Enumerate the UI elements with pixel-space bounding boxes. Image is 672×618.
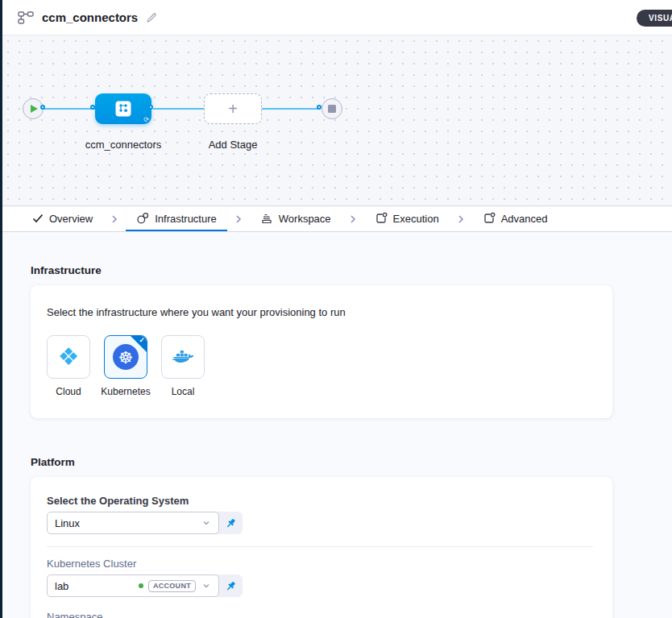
tab-advanced[interactable]: Advanced (472, 207, 558, 231)
add-stage-button[interactable]: + (204, 93, 262, 124)
infrastructure-icon (136, 212, 149, 225)
cluster-runtime-pin-button[interactable] (219, 574, 243, 597)
pipeline-icon (18, 10, 34, 25)
pipeline-end-node[interactable] (321, 98, 342, 119)
check-icon (32, 214, 44, 223)
chevron-right-icon (227, 207, 250, 231)
stage-label: ccm_connectors (78, 139, 168, 151)
collapsed-nav-edge (0, 0, 2, 618)
chevron-right-icon (103, 207, 126, 231)
pipeline-canvas[interactable]: ⟳ + ccm_connectors Add Stage (2, 35, 672, 206)
tab-label: Advanced (501, 213, 548, 225)
scope-badge: ACCOUNT (148, 580, 196, 592)
local-option-card[interactable] (161, 335, 205, 379)
connector-line (44, 108, 97, 110)
plus-icon: + (228, 100, 238, 118)
play-icon (31, 105, 38, 113)
cloud-option-card[interactable]: ❖ (47, 335, 90, 379)
edit-pencil-icon[interactable] (146, 11, 158, 23)
os-runtime-pin-button[interactable] (219, 512, 243, 534)
selected-check-icon: ✓ (139, 336, 145, 344)
cluster-select-value: lab (55, 580, 139, 592)
pipeline-header: ccm_connectors VISUAL (2, 0, 672, 35)
connector-line (262, 108, 320, 110)
tab-overview[interactable]: Overview (22, 207, 103, 231)
visual-yaml-toggle[interactable]: VISUAL (637, 10, 672, 27)
stage-config-panel: Infrastructure Select the infrastructure… (2, 233, 672, 618)
os-field-label: Select the Operating System (47, 495, 596, 507)
stage-node-ccm-connectors[interactable]: ⟳ (95, 93, 151, 124)
chevron-down-icon (201, 518, 211, 528)
stop-icon (328, 105, 336, 113)
os-select-value: Linux (55, 517, 201, 529)
add-stage-label: Add Stage (201, 139, 265, 151)
os-select-group: Linux (47, 512, 243, 534)
stage-tabbar: Overview Infrastructure Workspace (2, 207, 672, 232)
infra-option-kubernetes: ☸ ✓ Kubernetes (104, 335, 147, 397)
tab-infrastructure[interactable]: Infrastructure (126, 207, 227, 231)
infra-option-local: Local (161, 335, 205, 397)
stage-type-icon (114, 100, 132, 118)
infrastructure-card: Select the infrastructure where you want… (31, 285, 612, 418)
cloud-option-label: Cloud (56, 386, 81, 397)
cloud-icon: ❖ (58, 345, 80, 369)
connector-dot (90, 105, 95, 110)
kubernetes-option-card[interactable]: ☸ ✓ (104, 335, 147, 379)
chevron-right-icon (342, 207, 364, 231)
infrastructure-options: ❖ Cloud ☸ ✓ Kubernetes (47, 335, 596, 397)
stage-status-icon: ⟳ (143, 116, 149, 123)
os-select[interactable]: Linux (47, 512, 219, 534)
tab-label: Infrastructure (155, 213, 217, 225)
infra-option-cloud: ❖ Cloud (47, 335, 90, 397)
connectivity-status-dot (139, 583, 143, 588)
cluster-select-group: lab ACCOUNT (47, 574, 243, 597)
field-divider (47, 546, 593, 547)
tab-label: Overview (49, 213, 93, 225)
workspace-icon (260, 212, 273, 225)
advanced-icon (483, 212, 496, 225)
tab-label: Execution (393, 213, 439, 225)
tab-workspace[interactable]: Workspace (250, 207, 342, 231)
namespace-field-label: Namespace (47, 611, 596, 618)
local-option-label: Local (172, 386, 195, 397)
chevron-down-icon (201, 581, 211, 591)
kubernetes-option-label: Kubernetes (101, 386, 150, 397)
infrastructure-description: Select the infrastructure where you want… (47, 306, 596, 318)
infrastructure-heading: Infrastructure (31, 264, 672, 276)
tab-label: Workspace (279, 213, 331, 225)
cluster-select[interactable]: lab ACCOUNT (47, 574, 219, 597)
connector-line (153, 108, 204, 110)
docker-icon (171, 347, 195, 367)
chevron-right-icon (450, 207, 472, 231)
connector-dot (40, 105, 45, 110)
pipeline-title: ccm_connectors (42, 10, 138, 24)
platform-heading: Platform (31, 456, 672, 468)
cluster-field-label: Kubernetes Cluster (47, 558, 596, 570)
platform-card: Select the Operating System Linux K (31, 477, 612, 618)
tab-execution[interactable]: Execution (364, 207, 450, 231)
execution-icon (375, 212, 388, 225)
